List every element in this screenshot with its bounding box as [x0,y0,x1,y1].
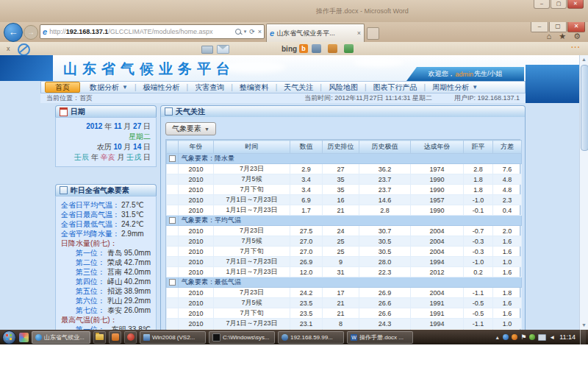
browser-close-icon[interactable]: ✕ [567,22,585,32]
scroll-up-icon[interactable]: ▲ [580,55,588,64]
settings-gear-icon[interactable]: ⚙ [573,32,581,41]
table-cell: 2010 [179,298,214,308]
page-title: 山东省气候业务平台 [63,60,235,79]
table-row[interactable]: 20107月5候27.02530.52004-0.31.6 [167,236,522,247]
checkbox[interactable] [169,217,176,224]
column-header: 历史排位 [323,141,359,154]
tab-title: 山东省气候业务平... [276,29,335,38]
media-player-icon[interactable] [124,331,137,344]
table-cell: 7月1日～7月23日 [214,195,290,205]
table-cell: 27.0 [290,236,323,247]
tray-green-icon[interactable] [529,334,535,340]
rank-value: 荣成 42.7mm [107,258,151,267]
table-row[interactable]: 20107月23日27.52430.72004-0.72.0 [167,226,522,236]
page-scrollbar[interactable]: ▲ ▼ [579,55,588,330]
cards-icon[interactable] [201,46,213,54]
table-row[interactable]: 20107月23日24.21726.92004-1.11.8 [167,288,522,298]
home-icon[interactable]: ⌂ [547,32,552,41]
minimize-icon[interactable]: – [534,0,550,9]
addon-icon-3[interactable] [344,44,354,53]
toolbar-close-icon[interactable]: x [7,45,10,52]
volume-icon[interactable]: ◄ [549,334,555,341]
taskbar-task-active[interactable]: 山东省气候业... [32,331,90,344]
table-row[interactable]: 20107月下旬27.02530.52004-0.31.6 [167,247,522,257]
nav-item-0[interactable]: 首页 [45,82,80,93]
nav-item-6[interactable]: 风险地图 [322,82,365,93]
favorites-star-icon[interactable]: ★ [559,32,566,41]
nav-item-3[interactable]: 灾害查询 [188,82,231,93]
table-cell: 30.7 [359,226,411,236]
addon-icon-2[interactable] [328,44,337,53]
bing-search-widget[interactable]: bing b [282,44,308,53]
table-row[interactable]: 20107月1日～7月23日6.91614.61957-1.02.3 [167,195,522,205]
table-cell: 1.0 [493,319,522,329]
forward-button[interactable]: → [24,25,38,40]
search-icon[interactable] [235,29,241,35]
table-row[interactable]: 20107月5候23.52126.61991-0.51.6 [167,298,522,308]
task-label: C:\Windows\sys... [223,334,270,341]
orange-app-icon[interactable] [109,331,121,344]
taskbar-task-0[interactable]: Win2008 (VS2... [140,331,206,344]
nav-item-5[interactable]: 天气关注 [277,82,320,93]
close-icon[interactable]: ✕ [567,0,584,9]
table-row[interactable]: 20107月下旬3.43523.719901.84.8 [167,185,522,195]
blocked-circle-icon[interactable] [18,43,30,56]
row-gutter-cell [167,319,179,329]
start-button[interactable] [2,330,16,344]
taskbar-clock[interactable]: 11:14 [559,333,576,341]
stop-icon[interactable]: × [258,28,262,35]
maximize-icon[interactable]: ▢ [551,0,567,9]
taskbar-task-1[interactable]: C:\Windows\sys... [209,331,275,344]
checkbox[interactable] [169,155,176,162]
scrollbar-thumb[interactable] [581,65,588,151]
table-row[interactable]: 20107月23日2.92736.219742.87.6 [167,164,522,174]
nav-item-2[interactable]: 极端性分析 [137,82,187,93]
new-tab-button[interactable] [367,27,379,40]
table-cell: 8 [323,319,359,329]
show-desktop-button[interactable] [580,330,586,344]
table-cell: 12.0 [290,267,323,277]
action-center-flag-icon[interactable]: ⚑ [520,333,526,341]
table-cell: 9 [323,257,359,267]
checkbox[interactable] [169,279,176,286]
nav-item-1[interactable]: 数据分析▼ [83,82,135,93]
table-row[interactable]: 20107月1日～7月23日23.1824.31994-1.11.0 [167,319,522,329]
tray-expand-icon[interactable]: ▲ [495,335,500,340]
summary-line: 全省日最低气温：24.2℃ [61,219,151,229]
group-row: 气象要素：降水量 [167,154,522,164]
table-row[interactable]: 20107月1日～7月23日26.9928.01994-1.01.0 [167,257,522,267]
tray-blue-icon[interactable] [503,334,509,340]
explorer-folder-icon[interactable] [93,331,106,344]
back-button[interactable]: ← [4,23,23,42]
calendar-icon [60,107,68,116]
addon-icon-1[interactable] [312,44,321,53]
nav-item-8[interactable]: 周期性分析▼ [426,82,484,93]
table-row[interactable]: 20107月下旬23.52126.61991-0.51.6 [167,308,522,319]
address-bar[interactable]: e http://192.168.137.1/GLCCLIMATE/module… [40,24,265,39]
mail-icon[interactable] [217,45,229,54]
network-icon[interactable] [538,334,546,341]
nav-item-7[interactable]: 图表下行产品 [367,82,424,93]
taskbar-task-2[interactable]: 192.168.59.99... [278,331,344,344]
table-cell: 1990 [411,205,464,216]
toolbar-more-icon[interactable]: ··· [571,43,581,52]
taskbar-task-3[interactable]: W操作手册.docx ... [347,331,413,344]
table-row[interactable]: 20107月5候3.43523.719901.84.8 [167,174,522,185]
nav-item-4[interactable]: 整编资料 [233,82,276,93]
refresh-icon[interactable]: ⟳ [249,28,255,35]
column-header: 历史极值 [359,141,411,154]
table-row[interactable]: 20101月1日～7月23日12.03122.320120.21.6 [167,267,522,277]
table-row[interactable]: 20101月1日～7月23日1.7212.81990-0.10.4 [167,205,522,216]
cmd-icon [212,333,220,342]
rank-label: 第二位： [76,258,105,267]
browser-minimize-icon[interactable]: – [531,22,548,32]
table-cell: 1月1日～7月23日 [214,267,290,277]
weather-element-filter-button[interactable]: 气象要素▼ [165,122,216,135]
scroll-down-icon[interactable]: ▼ [580,321,588,330]
browser-maximize-icon[interactable]: ▢ [549,22,567,32]
tray-flame-icon[interactable] [512,334,517,340]
quick-launch-icon[interactable] [19,333,29,342]
tab-close-icon[interactable]: × [355,29,361,37]
search-dropdown-icon[interactable]: ▾ [244,29,247,35]
browser-tab[interactable]: e 山东省气候业务平... × [266,24,365,42]
